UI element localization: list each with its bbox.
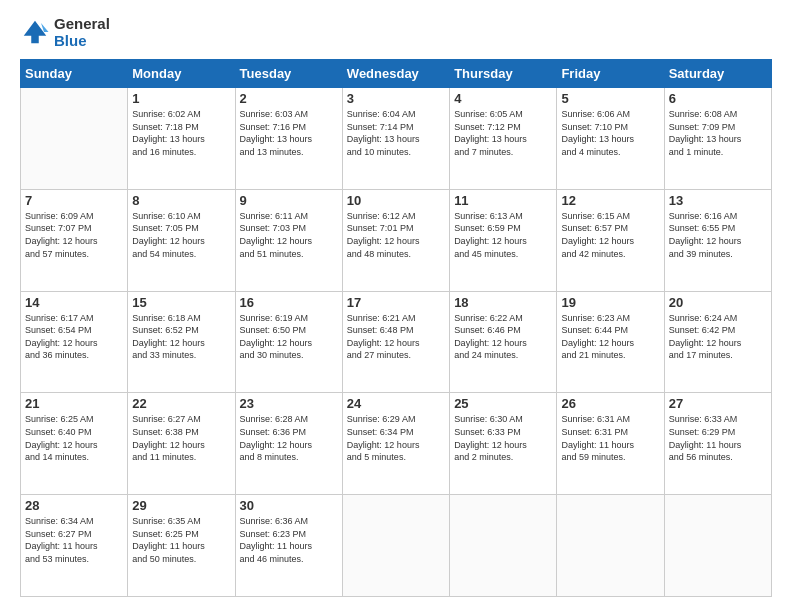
day-info: Sunrise: 6:06 AM Sunset: 7:10 PM Dayligh… bbox=[561, 108, 659, 158]
page: General Blue SundayMondayTuesdayWednesda… bbox=[0, 0, 792, 612]
day-number: 26 bbox=[561, 396, 659, 411]
calendar-cell: 16Sunrise: 6:19 AM Sunset: 6:50 PM Dayli… bbox=[235, 291, 342, 393]
day-info: Sunrise: 6:09 AM Sunset: 7:07 PM Dayligh… bbox=[25, 210, 123, 260]
day-info: Sunrise: 6:23 AM Sunset: 6:44 PM Dayligh… bbox=[561, 312, 659, 362]
day-number: 12 bbox=[561, 193, 659, 208]
day-info: Sunrise: 6:02 AM Sunset: 7:18 PM Dayligh… bbox=[132, 108, 230, 158]
day-info: Sunrise: 6:28 AM Sunset: 6:36 PM Dayligh… bbox=[240, 413, 338, 463]
calendar-cell: 26Sunrise: 6:31 AM Sunset: 6:31 PM Dayli… bbox=[557, 393, 664, 495]
calendar-week-row: 14Sunrise: 6:17 AM Sunset: 6:54 PM Dayli… bbox=[21, 291, 772, 393]
calendar-cell: 20Sunrise: 6:24 AM Sunset: 6:42 PM Dayli… bbox=[664, 291, 771, 393]
day-info: Sunrise: 6:27 AM Sunset: 6:38 PM Dayligh… bbox=[132, 413, 230, 463]
day-info: Sunrise: 6:15 AM Sunset: 6:57 PM Dayligh… bbox=[561, 210, 659, 260]
calendar-week-row: 1Sunrise: 6:02 AM Sunset: 7:18 PM Daylig… bbox=[21, 88, 772, 190]
day-number: 13 bbox=[669, 193, 767, 208]
day-info: Sunrise: 6:08 AM Sunset: 7:09 PM Dayligh… bbox=[669, 108, 767, 158]
calendar-cell: 25Sunrise: 6:30 AM Sunset: 6:33 PM Dayli… bbox=[450, 393, 557, 495]
day-info: Sunrise: 6:18 AM Sunset: 6:52 PM Dayligh… bbox=[132, 312, 230, 362]
day-number: 16 bbox=[240, 295, 338, 310]
day-number: 27 bbox=[669, 396, 767, 411]
calendar-cell: 24Sunrise: 6:29 AM Sunset: 6:34 PM Dayli… bbox=[342, 393, 449, 495]
day-number: 24 bbox=[347, 396, 445, 411]
day-info: Sunrise: 6:03 AM Sunset: 7:16 PM Dayligh… bbox=[240, 108, 338, 158]
calendar-cell: 23Sunrise: 6:28 AM Sunset: 6:36 PM Dayli… bbox=[235, 393, 342, 495]
day-number: 18 bbox=[454, 295, 552, 310]
calendar-cell: 12Sunrise: 6:15 AM Sunset: 6:57 PM Dayli… bbox=[557, 189, 664, 291]
calendar-week-row: 7Sunrise: 6:09 AM Sunset: 7:07 PM Daylig… bbox=[21, 189, 772, 291]
day-number: 7 bbox=[25, 193, 123, 208]
calendar-cell bbox=[664, 495, 771, 597]
day-info: Sunrise: 6:34 AM Sunset: 6:27 PM Dayligh… bbox=[25, 515, 123, 565]
header: General Blue bbox=[20, 15, 772, 49]
logo: General Blue bbox=[20, 15, 110, 49]
day-number: 29 bbox=[132, 498, 230, 513]
calendar-cell: 8Sunrise: 6:10 AM Sunset: 7:05 PM Daylig… bbox=[128, 189, 235, 291]
day-header-friday: Friday bbox=[557, 60, 664, 88]
calendar-cell: 13Sunrise: 6:16 AM Sunset: 6:55 PM Dayli… bbox=[664, 189, 771, 291]
day-number: 8 bbox=[132, 193, 230, 208]
day-number: 17 bbox=[347, 295, 445, 310]
day-info: Sunrise: 6:31 AM Sunset: 6:31 PM Dayligh… bbox=[561, 413, 659, 463]
day-number: 3 bbox=[347, 91, 445, 106]
day-header-sunday: Sunday bbox=[21, 60, 128, 88]
day-number: 5 bbox=[561, 91, 659, 106]
day-number: 30 bbox=[240, 498, 338, 513]
calendar-cell: 10Sunrise: 6:12 AM Sunset: 7:01 PM Dayli… bbox=[342, 189, 449, 291]
logo-icon bbox=[20, 17, 50, 47]
calendar-cell: 22Sunrise: 6:27 AM Sunset: 6:38 PM Dayli… bbox=[128, 393, 235, 495]
day-number: 4 bbox=[454, 91, 552, 106]
calendar-cell: 29Sunrise: 6:35 AM Sunset: 6:25 PM Dayli… bbox=[128, 495, 235, 597]
calendar-week-row: 21Sunrise: 6:25 AM Sunset: 6:40 PM Dayli… bbox=[21, 393, 772, 495]
logo-text: General Blue bbox=[54, 15, 110, 49]
day-info: Sunrise: 6:13 AM Sunset: 6:59 PM Dayligh… bbox=[454, 210, 552, 260]
calendar-cell: 15Sunrise: 6:18 AM Sunset: 6:52 PM Dayli… bbox=[128, 291, 235, 393]
day-info: Sunrise: 6:36 AM Sunset: 6:23 PM Dayligh… bbox=[240, 515, 338, 565]
day-info: Sunrise: 6:21 AM Sunset: 6:48 PM Dayligh… bbox=[347, 312, 445, 362]
day-number: 15 bbox=[132, 295, 230, 310]
calendar-cell: 30Sunrise: 6:36 AM Sunset: 6:23 PM Dayli… bbox=[235, 495, 342, 597]
day-number: 11 bbox=[454, 193, 552, 208]
day-number: 28 bbox=[25, 498, 123, 513]
day-number: 9 bbox=[240, 193, 338, 208]
svg-marker-0 bbox=[24, 21, 47, 44]
calendar-cell: 21Sunrise: 6:25 AM Sunset: 6:40 PM Dayli… bbox=[21, 393, 128, 495]
calendar-cell: 19Sunrise: 6:23 AM Sunset: 6:44 PM Dayli… bbox=[557, 291, 664, 393]
day-info: Sunrise: 6:16 AM Sunset: 6:55 PM Dayligh… bbox=[669, 210, 767, 260]
day-info: Sunrise: 6:24 AM Sunset: 6:42 PM Dayligh… bbox=[669, 312, 767, 362]
calendar-cell: 7Sunrise: 6:09 AM Sunset: 7:07 PM Daylig… bbox=[21, 189, 128, 291]
day-header-saturday: Saturday bbox=[664, 60, 771, 88]
day-number: 25 bbox=[454, 396, 552, 411]
calendar-cell: 1Sunrise: 6:02 AM Sunset: 7:18 PM Daylig… bbox=[128, 88, 235, 190]
day-info: Sunrise: 6:33 AM Sunset: 6:29 PM Dayligh… bbox=[669, 413, 767, 463]
calendar-cell: 14Sunrise: 6:17 AM Sunset: 6:54 PM Dayli… bbox=[21, 291, 128, 393]
day-header-wednesday: Wednesday bbox=[342, 60, 449, 88]
calendar-cell: 17Sunrise: 6:21 AM Sunset: 6:48 PM Dayli… bbox=[342, 291, 449, 393]
day-number: 6 bbox=[669, 91, 767, 106]
day-info: Sunrise: 6:25 AM Sunset: 6:40 PM Dayligh… bbox=[25, 413, 123, 463]
day-header-tuesday: Tuesday bbox=[235, 60, 342, 88]
day-header-monday: Monday bbox=[128, 60, 235, 88]
calendar-cell: 9Sunrise: 6:11 AM Sunset: 7:03 PM Daylig… bbox=[235, 189, 342, 291]
calendar-cell: 6Sunrise: 6:08 AM Sunset: 7:09 PM Daylig… bbox=[664, 88, 771, 190]
calendar-cell bbox=[450, 495, 557, 597]
day-number: 19 bbox=[561, 295, 659, 310]
day-number: 14 bbox=[25, 295, 123, 310]
day-number: 10 bbox=[347, 193, 445, 208]
day-number: 22 bbox=[132, 396, 230, 411]
day-info: Sunrise: 6:05 AM Sunset: 7:12 PM Dayligh… bbox=[454, 108, 552, 158]
day-number: 1 bbox=[132, 91, 230, 106]
day-info: Sunrise: 6:12 AM Sunset: 7:01 PM Dayligh… bbox=[347, 210, 445, 260]
day-info: Sunrise: 6:10 AM Sunset: 7:05 PM Dayligh… bbox=[132, 210, 230, 260]
calendar-cell bbox=[557, 495, 664, 597]
day-number: 21 bbox=[25, 396, 123, 411]
calendar-cell: 2Sunrise: 6:03 AM Sunset: 7:16 PM Daylig… bbox=[235, 88, 342, 190]
calendar-cell: 5Sunrise: 6:06 AM Sunset: 7:10 PM Daylig… bbox=[557, 88, 664, 190]
day-info: Sunrise: 6:30 AM Sunset: 6:33 PM Dayligh… bbox=[454, 413, 552, 463]
day-info: Sunrise: 6:22 AM Sunset: 6:46 PM Dayligh… bbox=[454, 312, 552, 362]
day-number: 2 bbox=[240, 91, 338, 106]
calendar-cell: 27Sunrise: 6:33 AM Sunset: 6:29 PM Dayli… bbox=[664, 393, 771, 495]
calendar-cell: 28Sunrise: 6:34 AM Sunset: 6:27 PM Dayli… bbox=[21, 495, 128, 597]
day-info: Sunrise: 6:17 AM Sunset: 6:54 PM Dayligh… bbox=[25, 312, 123, 362]
day-info: Sunrise: 6:19 AM Sunset: 6:50 PM Dayligh… bbox=[240, 312, 338, 362]
calendar-cell: 4Sunrise: 6:05 AM Sunset: 7:12 PM Daylig… bbox=[450, 88, 557, 190]
